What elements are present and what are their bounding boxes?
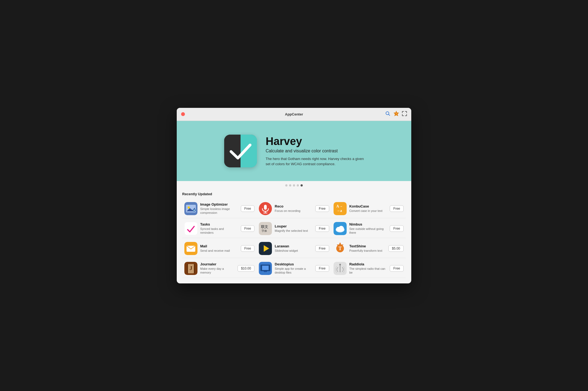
app-get-button[interactable]: Free — [241, 245, 255, 252]
app-icon-tasks — [184, 222, 197, 235]
app-get-button[interactable]: Free — [315, 265, 329, 272]
app-name: Mail — [200, 244, 238, 248]
list-item: Raddiola The simplest radio that can be … — [331, 259, 406, 278]
window-controls: × — [181, 112, 185, 116]
app-name: Journaler — [200, 262, 235, 266]
recently-updated-section: Recently Updated Image Optimiz — [177, 189, 411, 283]
app-name: TextShine — [349, 244, 386, 248]
app-desc: Synced tasks and reminders — [200, 227, 238, 235]
svg-rect-44 — [264, 271, 267, 272]
svg-text:A→: A→ — [336, 204, 343, 208]
app-get-button[interactable]: Free — [315, 245, 329, 252]
app-info-nimbus: Nimbus See outside without going there — [349, 222, 387, 235]
app-desc: Slideshow widget — [275, 249, 313, 253]
list-item: Mail Send and receive mail Free — [182, 239, 257, 258]
app-icon-journaler: J — [184, 262, 197, 275]
app-icon-image-optimizer — [184, 202, 197, 215]
carousel-dot-3[interactable] — [293, 184, 295, 186]
svg-rect-43 — [262, 266, 269, 270]
list-item: T TextShine Powerfully transform text $5… — [331, 239, 406, 258]
app-name: Nimbus — [349, 222, 387, 226]
app-icon-louper: 联文 字体 — [259, 222, 272, 235]
svg-line-1 — [389, 114, 390, 115]
app-desc: Simple app for create a desktop files — [275, 267, 313, 275]
app-get-button[interactable]: $10.00 — [238, 265, 255, 272]
svg-text:T: T — [338, 246, 342, 251]
app-name: Louper — [275, 224, 313, 228]
hero-banner[interactable]: Harvey Calculate and visualize color con… — [177, 121, 411, 181]
app-name: Tasks — [200, 222, 238, 226]
app-info-reco: Reco Focus on recording — [275, 204, 313, 213]
svg-text:→a: →a — [336, 209, 342, 213]
app-name: Raddiola — [349, 262, 387, 266]
app-get-button[interactable]: Free — [390, 225, 404, 232]
close-button[interactable]: × — [181, 112, 185, 116]
svg-point-10 — [188, 206, 190, 209]
app-desc: The simplest radio that can be — [349, 267, 387, 275]
titlebar-actions: ! — [385, 111, 407, 118]
app-icon-konbucase: A→ →a — [334, 202, 347, 215]
list-item: Larawan Slideshow widget Free — [257, 239, 331, 258]
carousel-dot-1[interactable] — [285, 184, 287, 186]
list-item: Desktopius Simple app for create a deskt… — [257, 259, 331, 278]
titlebar: × AppCenter ! — [177, 108, 411, 121]
list-item: Tasks Synced tasks and reminders Free — [182, 219, 257, 238]
app-desc: Send and receive mail — [200, 249, 238, 253]
list-item: Image Optimizer Simple lossless image co… — [182, 199, 257, 218]
list-item: 联文 字体 Louper Magnify the selected text F… — [257, 219, 331, 238]
app-desc: Convert case in your text — [349, 209, 387, 213]
svg-rect-22 — [184, 222, 197, 235]
svg-point-29 — [338, 226, 344, 231]
app-get-button[interactable]: Free — [241, 205, 255, 212]
app-info-image-optimizer: Image Optimizer Simple lossless image co… — [200, 202, 238, 215]
app-info-desktopius: Desktopius Simple app for create a deskt… — [275, 262, 313, 275]
carousel-dots — [177, 181, 411, 189]
app-get-button[interactable]: Free — [390, 265, 404, 272]
app-icon-mail — [184, 242, 197, 255]
app-get-button[interactable]: $5.00 — [388, 245, 404, 252]
app-get-button[interactable]: Free — [241, 225, 255, 232]
app-icon-larawan — [259, 242, 272, 255]
app-info-konbucase: KonbuCase Convert case in your text — [349, 204, 387, 213]
hero-app-name: Harvey — [266, 135, 364, 147]
svg-text:字体: 字体 — [262, 229, 267, 232]
hero-tagline: Calculate and visualize color contrast — [266, 149, 364, 153]
svg-point-48 — [339, 264, 341, 265]
app-icon-nimbus — [334, 222, 347, 235]
hero-text: Harvey Calculate and visualize color con… — [266, 135, 364, 167]
app-info-larawan: Larawan Slideshow widget — [275, 244, 313, 253]
carousel-dot-5[interactable] — [301, 184, 303, 186]
app-icon-reco — [259, 202, 272, 215]
carousel-dot-4[interactable] — [297, 184, 299, 186]
app-desc: Powerfully transform text — [349, 249, 386, 253]
list-item: A→ →a KonbuCase Convert case in your tex… — [331, 199, 406, 218]
app-info-textshine: TextShine Powerfully transform text — [349, 244, 386, 253]
app-desc: Magnify the selected text — [275, 229, 313, 233]
window-title: AppCenter — [285, 112, 303, 116]
carousel-dot-2[interactable] — [289, 184, 291, 186]
app-info-mail: Mail Send and receive mail — [200, 244, 238, 253]
app-name: Larawan — [275, 244, 313, 248]
list-item: Reco Focus on recording Free — [257, 199, 331, 218]
svg-rect-45 — [263, 272, 268, 273]
app-get-button[interactable]: Free — [315, 225, 329, 232]
app-desc: Simple lossless image compression — [200, 207, 238, 215]
app-name: KonbuCase — [349, 204, 387, 208]
section-title: Recently Updated — [182, 192, 406, 196]
updates-badge-icon[interactable]: ! — [393, 111, 399, 118]
expand-icon[interactable] — [402, 111, 407, 117]
hero-description: The hero that Gotham needs right now. Ha… — [266, 156, 364, 167]
app-name: Reco — [275, 204, 313, 208]
app-window: × AppCenter ! — [177, 108, 411, 283]
app-info-louper: Louper Magnify the selected text — [275, 224, 313, 233]
svg-text:联文: 联文 — [261, 225, 268, 229]
app-icon-textshine: T — [334, 242, 347, 255]
app-get-button[interactable]: Free — [315, 205, 329, 212]
app-info-raddiola: Raddiola The simplest radio that can be — [349, 262, 387, 275]
search-icon[interactable] — [385, 111, 391, 118]
svg-text:J: J — [190, 265, 192, 271]
app-get-button[interactable]: Free — [390, 205, 404, 212]
list-item: Nimbus See outside without going there F… — [331, 219, 406, 238]
list-item: J Journaler Make every day a memory $10.… — [182, 259, 257, 278]
app-info-tasks: Tasks Synced tasks and reminders — [200, 222, 238, 235]
